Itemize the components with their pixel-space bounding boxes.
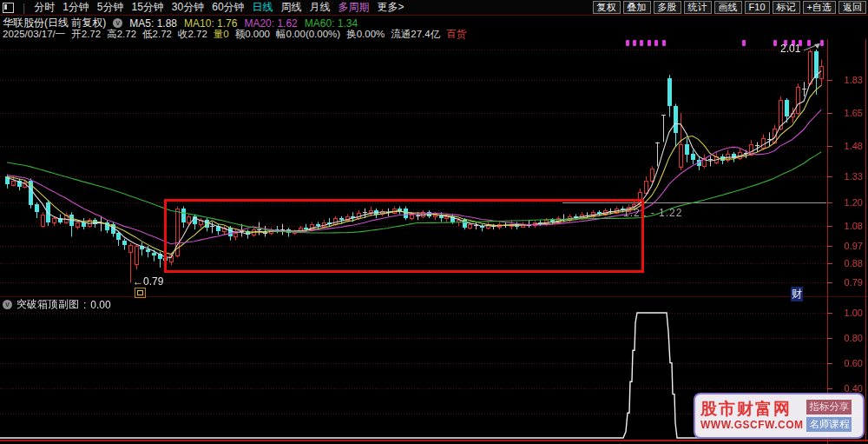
main-axis-label-1.08: 1.08 [830, 221, 863, 231]
main-axis-label-1.83: 1.83 [830, 75, 863, 85]
watermark-badge-teacher-course: 名师课程 [806, 417, 852, 432]
bottom-border-line [0, 440, 868, 441]
right-border-line [865, 39, 866, 441]
chevron-down-icon[interactable]: v [3, 300, 12, 309]
tool-button-7[interactable]: 标记 [773, 1, 800, 14]
watermark-site-name: 股市财富网 [700, 400, 803, 419]
period-item-9[interactable]: 月线 [310, 0, 331, 15]
main-axis-label-0.97: 0.97 [830, 241, 863, 251]
period-item-8[interactable]: 周线 [281, 0, 302, 15]
tool-button-3[interactable]: 多股 [654, 1, 681, 14]
tool-button-1[interactable]: 复权 [593, 1, 621, 14]
period-item-10[interactable]: 多周期 [339, 0, 370, 15]
sub-chart-header: v 突破箱顶副图 : 0.00 [3, 299, 111, 310]
tool-button-8[interactable]: +自选 [803, 1, 836, 14]
quote-stats-row: 2025/03/17/一开2.72高2.72低2.72收2.72量0额0.000… [3, 29, 466, 39]
period-item-4[interactable]: 15分钟 [132, 0, 164, 15]
sub-axis-label-0.60: 0.60 [830, 358, 863, 368]
low-price-label: ←0.79 [133, 275, 163, 288]
peak-price-label: 2.01 [780, 43, 800, 55]
main-axis-label-1.65: 1.65 [830, 108, 863, 118]
app-window-icon[interactable] [3, 3, 14, 13]
chevron-down-icon[interactable]: v [113, 18, 122, 28]
watermark-badge-indicator-share: 指标分享 [806, 400, 852, 414]
tool-button-9[interactable]: 返回 [838, 1, 866, 14]
toolbar-separator: | [23, 2, 25, 14]
tool-button-2[interactable]: 叠加 [623, 1, 651, 14]
sub-axis-label-0.80: 0.80 [830, 333, 863, 343]
main-axis-label-1.48: 1.48 [830, 141, 863, 151]
main-axis-label-1.33: 1.33 [830, 171, 863, 182]
period-item-3[interactable]: 5分钟 [97, 0, 124, 15]
main-axis-label-0.88: 0.88 [830, 258, 863, 268]
draw-tool-marker-icon[interactable] [135, 288, 146, 298]
toolbar-divider [0, 15, 868, 16]
period-item-2[interactable]: 1分钟 [62, 0, 89, 15]
sub-axis-label-1.00: 1.00 [830, 308, 863, 318]
breakout-box-annotation [164, 199, 644, 273]
main-axis-label-0.79: 0.79 [830, 277, 863, 288]
tool-buttons: 复权叠加多股统计画线F10标记+自选返回 [593, 1, 868, 14]
indicator-separator: : [83, 299, 86, 311]
watermark-cai-badge: 财 [791, 287, 803, 302]
period-item-6[interactable]: 60分钟 [212, 0, 244, 15]
period-item-11[interactable]: 更多> [378, 0, 404, 15]
indicator-value: 0.00 [90, 299, 110, 311]
watermark-site-url: WWW.GSCFW.COM [700, 419, 803, 432]
indicator-title: 突破箱顶副图 [16, 297, 79, 312]
watermark-badges: 指标分享 名师课程 [806, 400, 852, 432]
period-item-5[interactable]: 30分钟 [172, 0, 204, 15]
trading-app-window: { "toolbar": { "left_items": [ {"label":… [0, 0, 868, 444]
main-axis-label-1.2: 1.20 [830, 197, 863, 208]
tool-button-5[interactable]: 画线 [714, 1, 742, 14]
period-item-7[interactable]: 日线 [253, 0, 273, 15]
tool-button-4[interactable]: 统计 [684, 1, 712, 14]
period-item-1[interactable]: 分时 [34, 0, 55, 15]
period-menu: | 分时1分钟5分钟15分钟30分钟60分钟日线周线月线多周期更多> [0, 0, 593, 15]
site-watermark: 股市财富网 WWW.GSCFW.COM 指标分享 名师课程 [694, 393, 865, 439]
top-toolbar: | 分时1分钟5分钟15分钟30分钟60分钟日线周线月线多周期更多> 复权叠加多… [0, 0, 868, 15]
tool-button-6[interactable]: F10 [745, 1, 770, 14]
watermark-text-block: 股市财富网 WWW.GSCFW.COM [700, 400, 803, 432]
